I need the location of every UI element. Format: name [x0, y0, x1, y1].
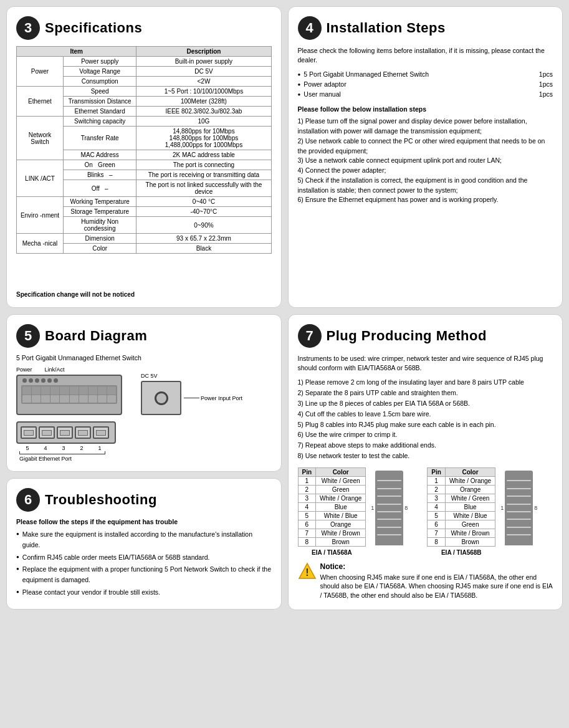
- trouble-title: Please follow the steps if the equipment…: [16, 518, 272, 525]
- spec-item: Storage Temperature: [64, 207, 136, 217]
- spec-value: <2W: [136, 77, 271, 87]
- port-number: 2: [74, 445, 90, 451]
- bottom-left-column: 5 Board Diagram 5 Port Gigabit Unmanaged…: [6, 314, 282, 610]
- install-step: 2) Use network cable to connect the PC o…: [298, 136, 553, 156]
- table-row: 1White / Orange: [428, 476, 495, 485]
- trouble-item: Please contact your vendor if trouble st…: [16, 587, 272, 598]
- spec-value: 93 x 65.7 x 22.3mm: [136, 234, 271, 244]
- checklist-item-qty: 1pcs: [539, 80, 553, 88]
- checklist-item-qty: 1pcs: [539, 90, 553, 98]
- dc-label: DC 5V: [141, 373, 242, 379]
- link-act-label: Link/Act: [45, 366, 65, 373]
- trouble-item: Make sure the equipment is installed acc…: [16, 529, 272, 550]
- spec-value: DC 5V: [136, 67, 271, 77]
- table-row: 3White / Orange: [298, 494, 366, 502]
- plug-steps: 1) Please remove 2 cm long of the insula…: [298, 377, 553, 461]
- table-cell: White / Orange: [316, 494, 366, 502]
- checklist: 5 Port Gigabit Unmanaged Ethernet Switch…: [298, 70, 553, 98]
- spec-footer: Specification change will not be noticed: [16, 291, 272, 298]
- cable-table-a: Pin Color 1White / Green2Green3White / O…: [298, 467, 366, 547]
- spec-group-ethernet: Ethernet: [17, 87, 64, 117]
- spec-value: 0~40 °C: [136, 197, 271, 207]
- page-layout: 3 Specifications Item Description Power …: [6, 6, 563, 610]
- port-number: 1: [92, 445, 108, 451]
- s7-title: Plug Producing Method: [327, 328, 487, 344]
- table-cell: 7: [428, 529, 446, 537]
- spec-item: Speed: [64, 87, 136, 97]
- spec-item: Transmission Distance: [64, 97, 136, 107]
- table-cell: White / Blue: [445, 511, 495, 520]
- s7-header: 7 Plug Producing Method: [298, 324, 553, 348]
- table-row: 2Green: [298, 485, 366, 494]
- table-cell: Blue: [445, 502, 495, 511]
- spec-item: MAC Address: [64, 150, 136, 160]
- trouble-item-text: Confirm RJ45 cable order meets EIA/TIA56…: [22, 552, 210, 563]
- svg-text:!: !: [305, 567, 308, 578]
- table-cell: 7: [298, 529, 316, 537]
- plug-step: 4) Cut off the cables to leave 1.5cm bar…: [298, 409, 553, 419]
- spec-col-item: Item: [17, 47, 136, 57]
- install-step: 5) Check if the installation is correct,…: [298, 176, 553, 196]
- power-input-label: Power Input Port: [201, 395, 242, 401]
- plug-step: 2) Separate the 8 pairs UTP cable and st…: [298, 388, 553, 398]
- table-row: 5White / Blue: [298, 511, 366, 520]
- s6-title: Troubleshooting: [45, 492, 157, 508]
- port-number: 4: [37, 445, 54, 451]
- section-3-specifications: 3 Specifications Item Description Power …: [6, 6, 282, 308]
- table-cell: White / Green: [316, 476, 366, 485]
- warning-icon: !: [298, 562, 317, 580]
- gigabit-label: Gigabit Ethernet Port: [16, 456, 272, 462]
- spec-value: 14,880pps for 10Mbps148,800pps for 100Mb…: [136, 127, 271, 150]
- s4-number: 4: [298, 16, 322, 40]
- spec-value: 1~5 Port : 10/100/1000Mbps: [136, 87, 271, 97]
- table-row: 8Brown: [298, 537, 366, 546]
- table-row: 3White / Green: [428, 494, 495, 502]
- table-b-label: EIA / TIA568B: [441, 549, 482, 556]
- s7-number: 7: [298, 324, 322, 348]
- spec-value: IEEE 802.3/802.3u/802.3ab: [136, 107, 271, 117]
- plug-step: 8) Use network tester to test the cable.: [298, 451, 553, 461]
- spec-item: On Green: [64, 160, 136, 170]
- table-row: 6Orange: [298, 520, 366, 529]
- plug-step: 5) Plug 8 cables into RJ45 plug make sur…: [298, 419, 553, 430]
- table-cell: White / Orange: [445, 476, 495, 485]
- col-pin: Pin: [428, 467, 446, 476]
- spec-item: Color: [64, 244, 136, 254]
- spec-table: Item Description Power Power supply Buil…: [16, 46, 272, 254]
- table-row: 2Orange: [428, 485, 495, 494]
- spec-item: Ethernet Standard: [64, 107, 136, 117]
- spec-item: Power supply: [64, 57, 136, 67]
- spec-value: 100Meter (328ft): [136, 97, 271, 107]
- table-cell: 3: [298, 494, 316, 502]
- spec-value: -40~70°C: [136, 207, 271, 217]
- s4-header: 4 Installation Steps: [298, 16, 553, 40]
- table-cell: 1: [428, 476, 446, 485]
- trouble-item: Replace the equipment with a proper func…: [16, 564, 272, 585]
- table-cell: Blue: [316, 502, 366, 511]
- table-cell: 5: [298, 511, 316, 520]
- col-pin: Pin: [298, 467, 316, 476]
- plug-step: 7) Repeat above steps to make additional…: [298, 440, 553, 451]
- trouble-item-text: Please contact your vendor if trouble st…: [22, 587, 160, 598]
- checklist-item-text: 5 Port Gigabit Unmanaged Ethernet Switch: [304, 70, 429, 78]
- plug-step: 6) Use the wire crimper to crimp it.: [298, 429, 553, 440]
- spec-value: Built-in power supply: [136, 57, 271, 67]
- trouble-item-text: Replace the equipment with a proper func…: [22, 564, 272, 585]
- spec-item: Switching capacity: [64, 117, 136, 127]
- table-row: 7White / Brown: [298, 529, 366, 537]
- s6-header: 6 Troubleshooting: [16, 488, 272, 512]
- section-7-plug: 7 Plug Producing Method Instruments to b…: [288, 314, 563, 610]
- table-cell: Brown: [316, 537, 366, 546]
- spec-item: Working Temperature: [64, 197, 136, 207]
- install-intro: Please check the following items before …: [298, 46, 553, 64]
- s5-header: 5 Board Diagram: [16, 324, 272, 348]
- trouble-list: Make sure the equipment is installed acc…: [16, 529, 272, 598]
- board-subtitle: 5 Port Gigabit Unmanaged Ethernet Switch: [16, 354, 272, 362]
- spec-group-mecha: Mecha -nical: [17, 234, 64, 254]
- spec-item: Dimension: [64, 234, 136, 244]
- table-row: 6Green: [428, 520, 495, 529]
- table-cell: Brown: [445, 537, 495, 546]
- spec-group-network-switch: Network Switch: [17, 117, 64, 160]
- table-cell: 5: [428, 511, 446, 520]
- trouble-item: Confirm RJ45 cable order meets EIA/TIA56…: [16, 552, 272, 563]
